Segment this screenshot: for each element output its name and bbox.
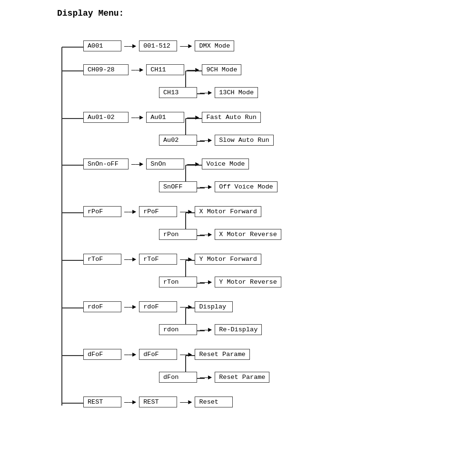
- row-snon-off: SnOn-oFF ——► SnOn ——► Voice Mode: [83, 159, 249, 169]
- box-rdon: rdon: [159, 324, 197, 335]
- box-rpof-col2: rPoF: [139, 206, 177, 217]
- row-au02: Au02 ——► Slow Auto Run: [159, 135, 274, 146]
- box-rton: rTon: [159, 277, 197, 288]
- box-rest-col2: REST: [139, 397, 177, 407]
- row-a001: A001 ——► 001-512 ——► DMX Mode: [83, 40, 234, 51]
- box-reset-parame-2: Reset Parame: [215, 372, 269, 383]
- box-au02: Au02: [159, 135, 197, 146]
- row-au01-02: Au01-02 ——► Au01 ——► Fast Auto Run: [83, 112, 261, 123]
- box-y-motor-reverse: Y Motor Reverse: [215, 277, 281, 288]
- row-rest: REST ——► REST ——► Reset: [83, 397, 233, 407]
- row-ch09-28: CH09-28 ——► CH11 ——► 9CH Mode: [83, 64, 241, 75]
- box-9ch-mode: 9CH Mode: [202, 64, 241, 75]
- box-rdof-col2: rdoF: [139, 301, 177, 312]
- row-rdon: rdon ——► Re-Display: [159, 324, 262, 335]
- box-13ch-mode: 13CH Mode: [215, 87, 258, 98]
- box-reset-parame-1: Reset Parame: [195, 349, 249, 360]
- row-rdof: rdoF ——► rdoF ——► Display: [83, 301, 233, 312]
- box-reset: Reset: [195, 397, 233, 407]
- box-a001: A001: [83, 40, 121, 51]
- row-rpon: rPon ——► X Motor Reverse: [159, 229, 281, 240]
- box-rtof-col1: rToF: [83, 254, 121, 265]
- row-dfon: dFon ——► Reset Parame: [159, 372, 269, 383]
- box-rest-col1: REST: [83, 397, 121, 407]
- box-fast-auto-run: Fast Auto Run: [202, 112, 260, 123]
- box-au01-02: Au01-02: [83, 112, 129, 123]
- box-ch13: CH13: [159, 87, 197, 98]
- tree-lines-svg: [57, 26, 466, 426]
- box-rtof-col2: rToF: [139, 254, 177, 265]
- box-voice-mode: Voice Mode: [202, 159, 249, 169]
- box-off-voice-mode: Off Voice Mode: [215, 181, 277, 192]
- box-001-512: 001-512: [139, 40, 177, 51]
- row-snoff: SnOFF ——► Off Voice Mode: [159, 181, 278, 192]
- box-snon-off: SnOn-oFF: [83, 159, 129, 169]
- box-dfof-col2: dFoF: [139, 349, 177, 360]
- box-display: Display: [195, 301, 233, 312]
- row-dfof: dFoF ——► dFoF ——► Reset Parame: [83, 349, 250, 360]
- box-x-motor-reverse: X Motor Reverse: [215, 229, 281, 240]
- box-ch11: CH11: [146, 64, 184, 75]
- box-rpon: rPon: [159, 229, 197, 240]
- box-re-display: Re-Display: [215, 324, 262, 335]
- box-slow-auto-run: Slow Auto Run: [215, 135, 273, 146]
- box-ch09-28: CH09-28: [83, 64, 129, 75]
- row-rtof: rToF ——► rToF ——► Y Motor Forward: [83, 254, 261, 265]
- box-rdof-col1: rdoF: [83, 301, 121, 312]
- page-title: Display Menu:: [57, 9, 124, 18]
- box-y-motor-forward: Y Motor Forward: [195, 254, 261, 265]
- box-snon: SnOn: [146, 159, 184, 169]
- row-rton: rTon ——► Y Motor Reverse: [159, 277, 281, 288]
- box-dfof-col1: dFoF: [83, 349, 121, 360]
- row-ch13: CH13 ——► 13CH Mode: [159, 87, 258, 98]
- box-snoff: SnOFF: [159, 181, 197, 192]
- box-rpof-col1: rPoF: [83, 206, 121, 217]
- box-dfon: dFon: [159, 372, 197, 383]
- box-au01: Au01: [146, 112, 184, 123]
- box-dmx-mode: DMX Mode: [195, 40, 234, 51]
- box-x-motor-forward: X Motor Forward: [195, 206, 261, 217]
- row-rpof: rPoF ——► rPoF ——► X Motor Forward: [83, 206, 261, 217]
